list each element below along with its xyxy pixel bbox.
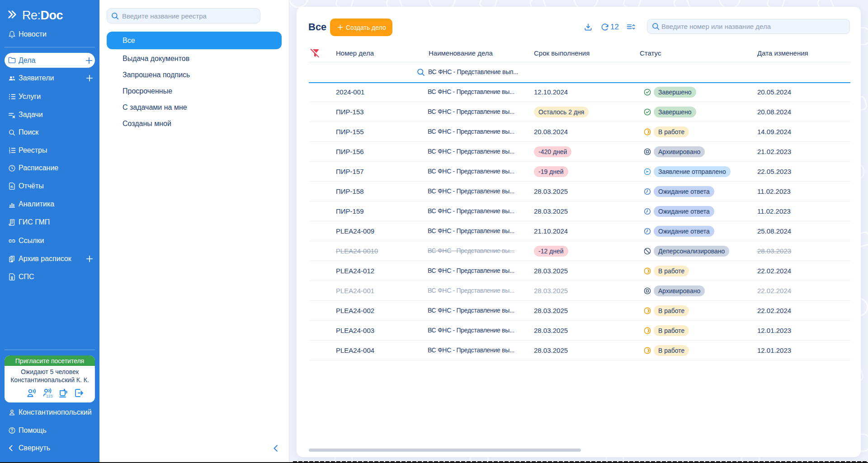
svg-text:123: 123: [46, 394, 52, 398]
